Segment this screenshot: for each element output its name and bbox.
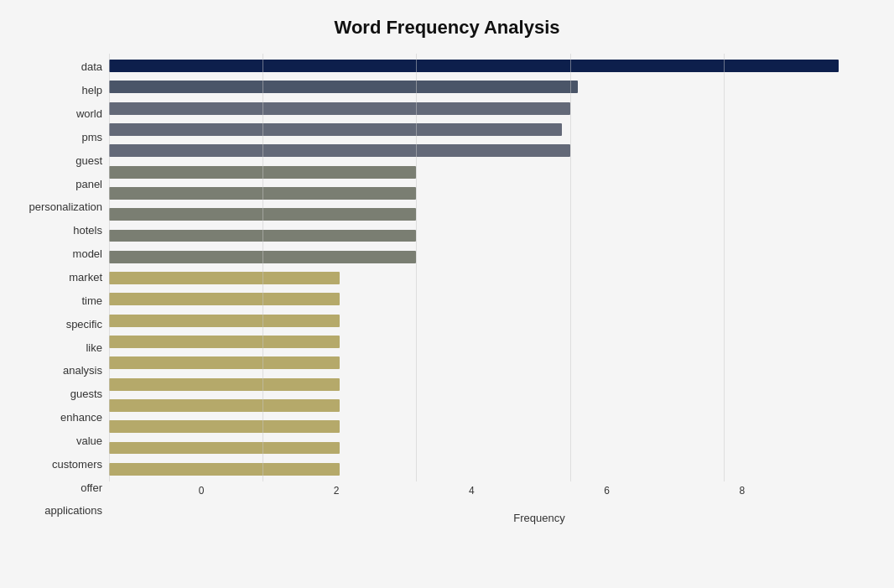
bar-row (109, 373, 877, 394)
bar-row (109, 459, 877, 480)
x-tick: 6 (604, 485, 610, 497)
bar-row (109, 331, 877, 352)
bar (109, 60, 839, 72)
bar (109, 463, 340, 476)
bar (109, 102, 570, 115)
bar-row (109, 183, 877, 204)
bottom-area: 02468 Frequency (109, 481, 877, 524)
y-label: panel (75, 179, 102, 190)
bar-row (109, 437, 877, 458)
x-axis-label: Frequency (201, 512, 877, 524)
chart-area: datahelpworldpmsguestpanelpersonalizatio… (17, 54, 877, 524)
y-label: market (69, 272, 102, 283)
bar-row (109, 247, 877, 268)
y-label: time (81, 295, 102, 306)
y-label: guest (75, 155, 102, 166)
bar-row (109, 76, 877, 97)
y-label: world (76, 108, 102, 119)
bar (109, 144, 570, 157)
y-label: personalization (29, 201, 102, 212)
y-label: guests (70, 388, 102, 399)
x-tick: 4 (469, 485, 475, 497)
bar (109, 420, 340, 433)
bar-row (109, 119, 877, 140)
bar (109, 315, 340, 327)
y-label: help (81, 85, 102, 96)
y-label: enhance (60, 412, 102, 423)
y-label: applications (44, 505, 102, 516)
bar (109, 251, 416, 263)
x-tick: 2 (334, 485, 340, 497)
y-label: value (76, 435, 102, 446)
y-label: model (73, 248, 102, 259)
bar-row (109, 161, 877, 182)
y-label: pms (81, 132, 102, 143)
bar (109, 399, 340, 412)
bar-row (109, 225, 877, 246)
bar-row (109, 416, 877, 437)
bar-row (109, 352, 877, 373)
bar-row (109, 140, 877, 161)
y-label: offer (81, 482, 102, 493)
bar (109, 187, 416, 200)
bar-row (109, 98, 877, 119)
bar-row (109, 395, 877, 416)
bar (109, 378, 340, 391)
bar (109, 208, 416, 221)
bars-container (109, 54, 877, 481)
y-label: customers (52, 459, 102, 470)
y-label: like (86, 342, 102, 353)
plot-area: 02468 Frequency (109, 54, 877, 524)
bar (109, 336, 340, 348)
bar (109, 272, 340, 284)
bar (109, 81, 578, 93)
bar-row (109, 204, 877, 225)
bar-row (109, 310, 877, 331)
bar (109, 166, 416, 179)
x-tick: 0 (199, 485, 205, 497)
bar-row (109, 289, 877, 310)
y-label: analysis (63, 365, 102, 376)
y-label: hotels (73, 225, 102, 236)
y-axis: datahelpworldpmsguestpanelpersonalizatio… (17, 54, 109, 524)
bar-row (109, 55, 877, 76)
chart-container: Word Frequency Analysis datahelpworldpms… (0, 0, 894, 588)
bar (109, 293, 340, 305)
y-label: specific (66, 319, 102, 330)
x-axis: 02468 (201, 485, 877, 510)
bar (109, 123, 562, 136)
bar (109, 230, 416, 242)
bar-row (109, 268, 877, 289)
chart-title: Word Frequency Analysis (17, 17, 877, 39)
x-tick: 8 (739, 485, 745, 497)
bar (109, 356, 340, 369)
bar (109, 442, 340, 455)
y-label: data (81, 61, 102, 72)
